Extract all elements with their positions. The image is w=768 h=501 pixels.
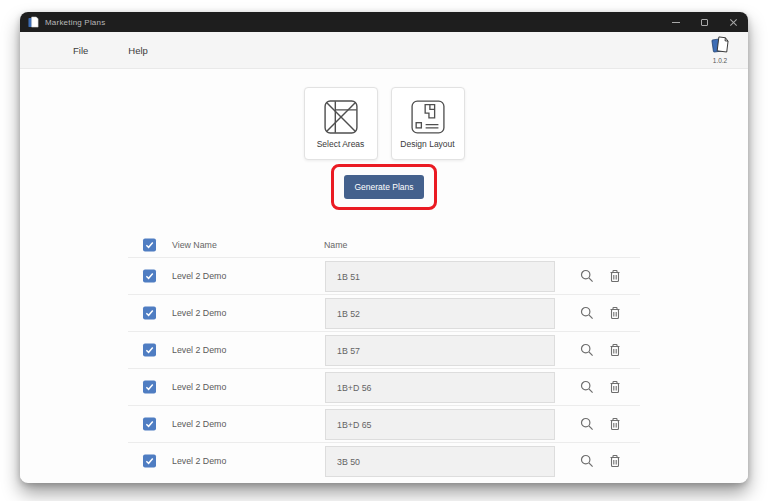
menu-item-help[interactable]: Help: [128, 45, 148, 56]
delete-icon: [607, 305, 623, 321]
checkmark-icon: [145, 240, 154, 249]
red-highlight-annotation: Generate Plans: [331, 164, 437, 210]
delete-icon: [607, 268, 623, 284]
row-checkbox[interactable]: [143, 418, 156, 431]
search-button[interactable]: [578, 304, 596, 322]
search-icon: [579, 342, 595, 358]
titlebar[interactable]: Marketing Plans: [20, 12, 748, 32]
row-checkbox[interactable]: [143, 344, 156, 357]
column-header-view-name: View Name: [172, 240, 217, 250]
table-row: Level 2 Demo: [128, 442, 640, 479]
delete-icon: [607, 379, 623, 395]
table-row: Level 2 Demo: [128, 368, 640, 405]
close-button[interactable]: [719, 12, 748, 32]
plans-table: View Name Name Level 2 Demo Level 2 Demo: [128, 232, 640, 479]
table-row: Level 2 Demo: [128, 331, 640, 368]
table-row: Level 2 Demo: [128, 405, 640, 442]
row-checkbox[interactable]: [143, 270, 156, 283]
desktop-background: Marketing Plans File Help 1.0.2: [0, 0, 768, 501]
delete-button[interactable]: [606, 304, 624, 322]
checkmark-icon: [145, 346, 154, 355]
name-input[interactable]: [325, 409, 555, 440]
delete-icon: [607, 416, 623, 432]
name-input[interactable]: [325, 298, 555, 329]
design-layout-icon: [410, 99, 446, 135]
search-button[interactable]: [578, 378, 596, 396]
row-checkbox[interactable]: [143, 307, 156, 320]
window-controls: [661, 12, 748, 32]
delete-button[interactable]: [606, 378, 624, 396]
menubar: File Help 1.0.2: [20, 32, 748, 69]
search-button[interactable]: [578, 341, 596, 359]
app-logo-pages-icon: [710, 35, 731, 56]
view-name-label: Level 2 Demo: [172, 308, 226, 318]
app-window-icon: [28, 16, 39, 29]
select-all-checkbox[interactable]: [143, 238, 156, 251]
row-checkbox[interactable]: [143, 381, 156, 394]
version-label: 1.0.2: [707, 57, 733, 64]
card-label: Select Areas: [317, 139, 365, 149]
close-icon: [729, 18, 738, 27]
view-name-label: Level 2 Demo: [172, 382, 226, 392]
minimize-icon: [672, 22, 680, 23]
view-name-label: Level 2 Demo: [172, 345, 226, 355]
search-icon: [579, 379, 595, 395]
table-row: Level 2 Demo: [128, 294, 640, 331]
minimize-button[interactable]: [661, 12, 690, 32]
checkmark-icon: [145, 272, 154, 281]
design-layout-button[interactable]: Design Layout: [391, 87, 465, 160]
maximize-button[interactable]: [690, 12, 719, 32]
search-icon: [579, 268, 595, 284]
delete-icon: [607, 453, 623, 469]
checkmark-icon: [145, 309, 154, 318]
view-name-label: Level 2 Demo: [172, 456, 226, 466]
generate-plans-button[interactable]: Generate Plans: [344, 175, 424, 199]
search-icon: [579, 305, 595, 321]
view-name-label: Level 2 Demo: [172, 271, 226, 281]
row-checkbox[interactable]: [143, 455, 156, 468]
select-areas-icon: [323, 99, 359, 135]
search-button[interactable]: [578, 415, 596, 433]
menu-item-file[interactable]: File: [73, 45, 88, 56]
table-row: Level 2 Demo: [128, 257, 640, 294]
delete-icon: [607, 342, 623, 358]
main-content: Select Areas Design Layout Generate Plan…: [20, 87, 748, 479]
search-button[interactable]: [578, 267, 596, 285]
maximize-icon: [701, 19, 708, 26]
table-header-row: View Name Name: [128, 232, 640, 257]
search-icon: [579, 453, 595, 469]
search-icon: [579, 416, 595, 432]
generate-section: Generate Plans: [20, 164, 748, 210]
name-input[interactable]: [325, 335, 555, 366]
window-title: Marketing Plans: [45, 18, 105, 27]
search-button[interactable]: [578, 452, 596, 470]
app-window: Marketing Plans File Help 1.0.2: [20, 12, 748, 483]
delete-button[interactable]: [606, 341, 624, 359]
card-label: Design Layout: [400, 139, 454, 149]
checkmark-icon: [145, 457, 154, 466]
action-cards: Select Areas Design Layout: [20, 87, 748, 160]
select-areas-button[interactable]: Select Areas: [304, 87, 378, 160]
name-input[interactable]: [325, 261, 555, 292]
delete-button[interactable]: [606, 452, 624, 470]
checkmark-icon: [145, 383, 154, 392]
view-name-label: Level 2 Demo: [172, 419, 226, 429]
delete-button[interactable]: [606, 415, 624, 433]
name-input[interactable]: [325, 372, 555, 403]
name-input[interactable]: [325, 446, 555, 477]
brand-badge: 1.0.2: [707, 35, 733, 64]
delete-button[interactable]: [606, 267, 624, 285]
column-header-name: Name: [324, 240, 347, 250]
checkmark-icon: [145, 420, 154, 429]
